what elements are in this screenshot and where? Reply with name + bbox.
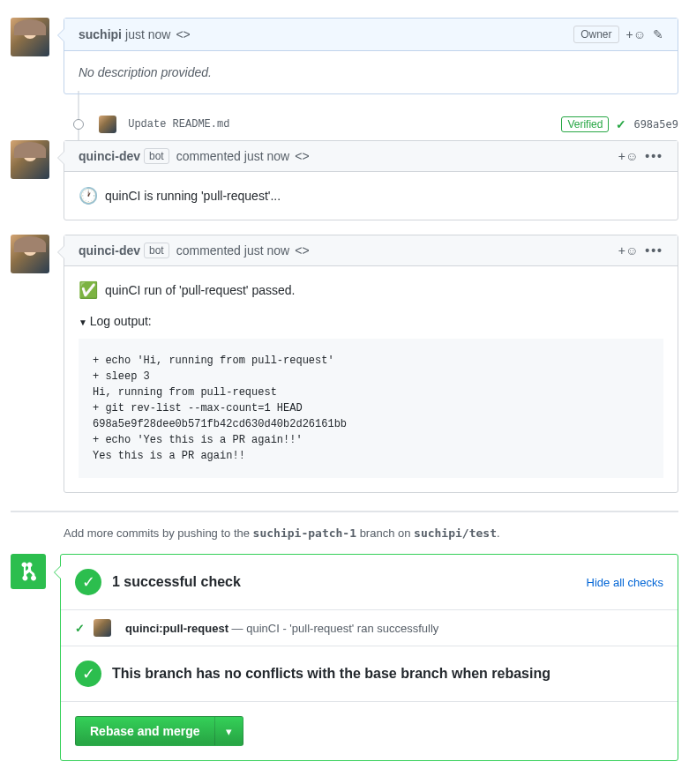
avatar-small[interactable] (99, 116, 116, 133)
check-icon: ✓ (75, 622, 85, 635)
comment-header: suchipi just now <> Owner +☺ ✎ (64, 19, 678, 51)
status-text: quinCI is running 'pull-request'... (105, 189, 281, 203)
merge-status-text: This branch has no conflicts with the ba… (112, 666, 663, 682)
merge-icon (11, 554, 46, 589)
comment-item: quinci-dev bot commented just now <> +☺ … (11, 235, 678, 493)
author-link[interactable]: quinci-dev (79, 149, 140, 163)
push-hint: Add more commits by pushing to the suchi… (64, 526, 678, 540)
repo-name: suchipi/test (414, 526, 497, 540)
timestamp: just now (125, 27, 170, 41)
comment-item: quinci-dev bot commented just now <> +☺ … (11, 140, 678, 220)
check-icon[interactable]: ✓ (616, 117, 626, 131)
comment-action: commented (176, 243, 241, 258)
no-description-text: No description provided. (79, 65, 212, 79)
avatar[interactable] (11, 18, 49, 56)
comment-header: quinci-dev bot commented just now <> +☺ … (64, 235, 678, 266)
comment-body: 🕐 quinCI is running 'pull-request'... (64, 172, 678, 220)
clock-icon: 🕐 (79, 186, 98, 205)
edit-icon[interactable]: ✎ (653, 27, 663, 41)
comment-box: quinci-dev bot commented just now <> +☺ … (64, 140, 678, 220)
checks-title: 1 successful check (112, 574, 576, 590)
comment-action: commented (176, 149, 241, 163)
log-toggle[interactable]: Log output: (79, 314, 663, 328)
add-reaction-button[interactable]: +☺ (618, 149, 638, 163)
owner-badge: Owner (573, 26, 618, 43)
avatar[interactable] (11, 140, 49, 179)
check-description: quinCI - 'pull-request' ran successfully (246, 622, 438, 635)
pr-description-item: suchipi just now <> Owner +☺ ✎ No descri… (11, 18, 678, 94)
merge-dropdown-button[interactable]: ▾ (215, 716, 243, 746)
comment-body: ✅ quinCI run of 'pull-request' passed. L… (64, 266, 678, 492)
check-item: ✓ quinci:pull-request — quinCI - 'pull-r… (61, 610, 678, 646)
timestamp: just now (244, 243, 289, 258)
comment-header: quinci-dev bot commented just now <> +☺ … (64, 141, 678, 172)
branch-name: suchipi-patch-1 (253, 526, 356, 540)
avatar[interactable] (11, 235, 49, 273)
log-output: + echo 'Hi, running from pull-request' +… (79, 339, 663, 478)
comment-box: quinci-dev bot commented just now <> +☺ … (64, 235, 678, 493)
verified-badge[interactable]: Verified (561, 116, 609, 132)
bot-badge: bot (144, 148, 169, 164)
log-details: Log output: + echo 'Hi, running from pul… (79, 314, 663, 478)
code-icon[interactable]: <> (176, 27, 190, 41)
check-name[interactable]: quinci:pull-request (125, 622, 228, 635)
commit-event: Update README.md Verified ✓ 698a5e9 (78, 108, 678, 140)
merge-button[interactable]: Rebase and merge (75, 716, 215, 746)
bot-badge: bot (144, 243, 169, 258)
author-link[interactable]: quinci-dev (79, 243, 140, 258)
kebab-icon[interactable]: ••• (645, 243, 663, 258)
avatar-small[interactable] (94, 619, 111, 637)
merge-button-group: Rebase and merge ▾ (75, 716, 243, 746)
toggle-checks-link[interactable]: Hide all checks (587, 576, 663, 589)
add-reaction-button[interactable]: +☺ (626, 27, 646, 41)
comment-body: No description provided. (64, 51, 678, 93)
merge-panel: ✓ 1 successful check Hide all checks ✓ q… (60, 554, 678, 761)
merge-status-row: ✓ This branch has no conflicts with the … (61, 646, 678, 702)
commit-sha-link[interactable]: 698a5e9 (633, 118, 678, 131)
timestamp: just now (244, 149, 289, 163)
merge-action-row: Rebase and merge ▾ (61, 702, 678, 760)
merge-section: ✓ 1 successful check Hide all checks ✓ q… (11, 554, 678, 761)
code-icon[interactable]: <> (295, 149, 309, 163)
checks-summary-row: ✓ 1 successful check Hide all checks (61, 555, 678, 610)
timeline-divider (11, 511, 678, 512)
code-icon[interactable]: <> (295, 243, 309, 258)
author-link[interactable]: suchipi (79, 27, 122, 41)
add-reaction-button[interactable]: +☺ (618, 243, 638, 258)
kebab-icon[interactable]: ••• (645, 149, 663, 163)
checkmark-icon: ✅ (79, 280, 98, 300)
success-check-icon: ✓ (75, 569, 101, 595)
commit-message[interactable]: Update README.md (128, 118, 229, 131)
status-text: quinCI run of 'pull-request' passed. (105, 283, 295, 297)
comment-box: suchipi just now <> Owner +☺ ✎ No descri… (64, 18, 678, 94)
success-check-icon: ✓ (75, 661, 101, 687)
